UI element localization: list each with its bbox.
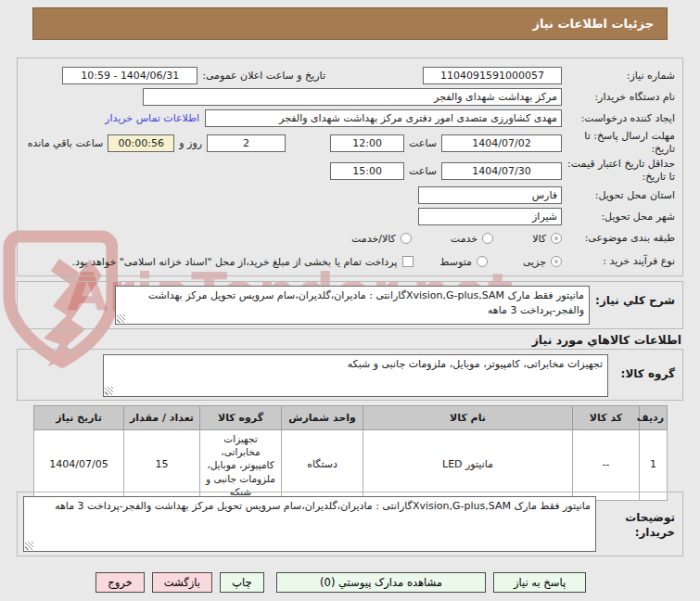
radio-option-service[interactable]: خدمت <box>451 233 493 245</box>
goods-table-header: ردیف کد کالا نام کالا واحد شمارش گروه کا… <box>34 406 668 430</box>
reply-deadline-hour-label: ساعت <box>409 137 437 149</box>
page-title: جزئیات اطلاعات نیاز <box>532 17 654 31</box>
row-process-type: نوع فرآیند خرید : جزیی متوسط پرداخت تمام… <box>25 249 675 274</box>
need-info-panel: شماره نیاز: 1104091591000057 تاریخ و ساع… <box>17 58 683 276</box>
radio-icon[interactable] <box>551 256 562 267</box>
print-button[interactable]: چاپ <box>220 572 264 593</box>
reply-deadline-label: مهلت ارسال پاسخ: تا تاریخ: <box>562 130 675 156</box>
need-number-field[interactable]: 1104091591000057 <box>423 67 562 84</box>
cell-goods-group: تجهیزات مخابراتی، کامپیوتر، موبایل، ملزو… <box>200 430 282 501</box>
buyer-notes-panel: توضیحات خریدار: مانیتور فقط مارک Xvision… <box>17 492 683 556</box>
need-description-panel: شرح کلي نیاز: مانیتور فقط مارک Xvision,G… <box>17 281 683 329</box>
announce-datetime-field[interactable]: 1404/06/31 - 10:59 <box>62 67 197 84</box>
buyer-org-label: نام دستگاه خریدار: <box>562 91 675 104</box>
row-price-validity: حداقل تاریخ اعتبار قیمت: تا تاریخ: 1404/… <box>25 157 675 185</box>
row-request-creator: ایجاد کننده درخواست: مهدی کشاورزی متصدی … <box>25 108 675 129</box>
row-classification: طبقه بندی موضوعی: کالا خدمت کالا/خدمت <box>25 227 675 249</box>
view-attachments-button[interactable]: مشاهده مدارک پیوستي (0) <box>276 572 486 593</box>
respond-to-need-button[interactable]: پاسخ به نیاز <box>493 572 586 593</box>
request-creator-label: ایجاد کننده درخواست: <box>562 112 675 125</box>
days-remaining-field[interactable]: 2 <box>207 134 286 152</box>
goods-table: ردیف کد کالا نام کالا واحد شمارش گروه کا… <box>33 405 668 501</box>
need-description-label: شرح کلي نیاز: <box>590 294 675 309</box>
radio-label: جزیی <box>523 256 546 268</box>
radio-label: کالا <box>532 233 546 245</box>
title-bar: جزئیات اطلاعات نیاز <box>32 7 668 40</box>
buyer-contact-link[interactable]: اطلاعات تماس خریدار <box>105 112 199 124</box>
col-row-number: ردیف <box>640 406 668 430</box>
resize-handle-icon[interactable] <box>105 387 113 395</box>
price-validity-label: حداقل تاریخ اعتبار قیمت: تا تاریخ: <box>562 158 675 184</box>
footer-button-bar: پاسخ به نیاز مشاهده مدارک پیوستي (0) چاپ… <box>95 572 586 593</box>
col-goods-group: گروه کالا <box>200 406 282 430</box>
countdown-timer-field: 00:00:56 <box>108 134 174 152</box>
cell-quantity: 15 <box>124 430 200 501</box>
reply-deadline-date-field[interactable]: 1404/07/02 <box>441 134 562 152</box>
col-need-date: تاریخ نیاز <box>34 406 124 430</box>
need-number-label: شماره نیاز: <box>562 70 675 83</box>
goods-group-label: گروه کالا: <box>608 367 675 382</box>
buyer-notes-text: مانیتور فقط مارک Xvision,G-plus,SAMگاران… <box>55 500 591 512</box>
need-description-textarea[interactable]: مانیتور فقط مارک Xvision,G-plus,SAMگاران… <box>115 286 590 325</box>
treasury-checkbox-label: پرداخت تمام یا بخشی از مبلغ خرید،از محل … <box>72 256 398 268</box>
goods-section-heading: اطلاعات کالاهاي مورد نیاز <box>532 333 681 347</box>
exit-button[interactable]: خروج <box>95 572 144 593</box>
radio-icon[interactable] <box>551 233 562 244</box>
col-unit: واحد شمارش <box>282 406 363 430</box>
radio-option-partial[interactable]: جزیی <box>523 256 562 268</box>
need-description-text: مانیتور فقط مارک Xvision,G-plus,SAMگاران… <box>148 289 584 316</box>
radio-icon[interactable] <box>482 233 493 244</box>
province-field[interactable]: فارس <box>418 186 562 204</box>
row-reply-deadline: مهلت ارسال پاسخ: تا تاریخ: 1404/07/02 سا… <box>25 129 675 157</box>
classification-label: طبقه بندی موضوعی: <box>562 232 675 245</box>
goods-group-panel: گروه کالا: تجهیزات مخابراتی، کامپیوتر، م… <box>17 349 683 401</box>
resize-handle-icon[interactable] <box>117 314 125 323</box>
announce-datetime-label: تاریخ و ساعت اعلان عمومی: <box>202 70 325 82</box>
back-button[interactable]: بازگشت <box>152 572 212 593</box>
cell-row-number: 1 <box>640 430 668 501</box>
process-type-label: نوع فرآیند خرید : <box>562 255 675 268</box>
row-need-number: شماره نیاز: 1104091591000057 تاریخ و ساع… <box>25 65 675 86</box>
row-province: استان محل تحویل: فارس <box>25 185 675 206</box>
goods-group-textarea[interactable]: تجهیزات مخابراتی، کامپیوتر، موبایل، ملزو… <box>103 354 608 397</box>
buyer-org-field[interactable]: مرکز بهداشت شهدای والفجر <box>143 88 562 106</box>
city-field[interactable]: شیراز <box>418 208 562 225</box>
radio-option-goods-service[interactable]: کالا/خدمت <box>351 233 412 245</box>
radio-option-medium[interactable]: متوسط <box>439 256 488 268</box>
treasury-checkbox[interactable]: پرداخت تمام یا بخشی از مبلغ خرید،از محل … <box>72 256 414 268</box>
radio-icon[interactable] <box>477 256 488 267</box>
col-goods-name: نام کالا <box>363 406 573 430</box>
countdown-label: ساعت باقي مانده <box>28 137 104 149</box>
buyer-notes-textarea[interactable]: مانیتور فقط مارک Xvision,G-plus,SAMگاران… <box>23 496 596 552</box>
cell-need-date: 1404/07/05 <box>34 430 124 501</box>
col-goods-code: کد کالا <box>573 406 640 430</box>
province-label: استان محل تحویل: <box>562 189 675 202</box>
price-validity-time-field[interactable]: 15:00 <box>330 162 404 180</box>
col-quantity: تعداد / مقدار <box>124 406 200 430</box>
cell-unit: دستگاه <box>282 430 363 501</box>
goods-group-text: تجهیزات مخابراتی، کامپیوتر، موبایل، ملزو… <box>348 358 603 370</box>
city-label: شهر محل تحویل: <box>562 211 675 224</box>
radio-icon[interactable] <box>401 233 412 244</box>
radio-label: کالا/خدمت <box>351 233 396 245</box>
radio-option-goods[interactable]: کالا <box>532 233 562 245</box>
radio-label: خدمت <box>451 233 477 245</box>
resize-handle-icon[interactable] <box>25 542 33 550</box>
reply-deadline-time-field[interactable]: 12:00 <box>330 134 404 152</box>
cell-goods-name: مانیتور LED <box>363 430 573 501</box>
cell-goods-code: -- <box>573 430 640 501</box>
table-row: 1 -- مانیتور LED دستگاه تجهیزات مخابراتی… <box>34 430 668 501</box>
price-validity-date-field[interactable]: 1404/07/30 <box>441 162 562 180</box>
buyer-notes-label: توضیحات خریدار: <box>596 511 675 540</box>
checkbox-icon[interactable] <box>402 256 414 267</box>
radio-label: متوسط <box>439 256 472 268</box>
days-label: روز و <box>179 137 202 149</box>
row-city: شهر محل تحویل: شیراز <box>25 206 675 227</box>
request-creator-field[interactable]: مهدی کشاورزی متصدی امور دفتری مرکز بهداش… <box>205 109 562 127</box>
price-validity-hour-label: ساعت <box>409 165 437 177</box>
row-buyer-org: نام دستگاه خریدار: مرکز بهداشت شهدای وال… <box>25 86 675 108</box>
